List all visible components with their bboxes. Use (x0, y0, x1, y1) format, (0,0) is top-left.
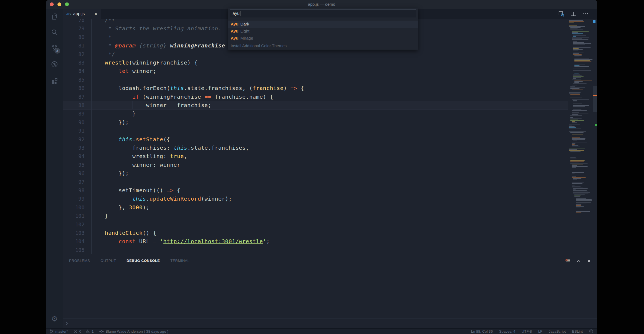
panel-tabs: PROBLEMS OUTPUT DEBUG CONSOLE TERMINAL (63, 255, 597, 263)
blame-text: Blame Wade Anderson ( 38 days ago ) (106, 329, 168, 333)
extensions-icon (50, 76, 59, 85)
smiley-feedback-icon[interactable] (589, 329, 593, 333)
sidebar-item-debug[interactable] (50, 60, 59, 69)
modified-line-marker (593, 95, 597, 96)
error-icon (73, 329, 78, 333)
branch-name: master* (55, 329, 68, 333)
more-actions-icon[interactable] (582, 11, 589, 17)
code-line-102: 102 (63, 220, 597, 229)
code-line-89: 89 } (63, 109, 597, 118)
panel-tab-terminal[interactable]: TERMINAL (170, 259, 190, 263)
panel-tab-problems[interactable]: PROBLEMS (69, 259, 90, 263)
tab-label: app.js (73, 11, 85, 16)
status-bar: master* 0 1 (46, 328, 597, 334)
problems-status[interactable]: 0 1 (73, 329, 94, 333)
code-line-84: 84 let winner; (63, 67, 597, 75)
panel-actions (565, 258, 591, 264)
cursor-position-status[interactable]: Ln 88, Col 36 (471, 329, 493, 333)
editor-actions (558, 9, 597, 19)
code-line-88: 88 winner = franchise; (63, 101, 597, 110)
code-line-90: 90 }); (63, 118, 597, 127)
sidebar-item-extensions[interactable] (50, 76, 59, 85)
code-line-91: 91 (63, 126, 597, 135)
branch-icon (50, 329, 53, 334)
code-line-94: 94 wrestling: true, (63, 152, 597, 160)
activity-bar: 2 (46, 9, 63, 328)
code-line-82: 82 */ (63, 50, 597, 59)
vscode-window: app.js — demo (46, 0, 597, 334)
code-line-83: 83 wrestle(winningFranchise) { (63, 58, 597, 67)
code-line-93: 93 franchises: this.state.franchises, (63, 143, 597, 152)
editor[interactable]: 78 /**79 * Starts the wrestling animatio… (63, 19, 597, 255)
code-line-96: 96 }); (63, 169, 597, 178)
debug-icon (50, 60, 59, 69)
code-line-92: 92 this.setState({ (63, 135, 597, 144)
maximize-panel-icon[interactable] (576, 258, 581, 264)
theme-option-ayu-light[interactable]: Ayu Light (228, 28, 418, 35)
find-match-marker (593, 20, 595, 23)
eol-status[interactable]: LF (538, 329, 542, 333)
split-editor-icon[interactable] (570, 11, 577, 17)
settings-gear-icon[interactable]: ⚙ (46, 314, 63, 323)
tab-app-js[interactable]: JS app.js × (63, 9, 101, 19)
debug-console-input[interactable] (63, 318, 597, 329)
warning-icon (86, 329, 90, 333)
minimap[interactable] (568, 19, 593, 255)
code-line-85: 85 (63, 75, 597, 84)
code-line-86: 86 lodash.forEach(this.state.franchises,… (63, 84, 597, 92)
git-blame-status[interactable]: Blame Wade Anderson ( 38 days ago ) (99, 329, 168, 333)
clear-console-icon[interactable] (565, 258, 571, 264)
panel-tab-debug-console[interactable]: DEBUG CONSOLE (127, 259, 160, 263)
close-panel-icon[interactable] (587, 259, 591, 264)
files-icon (50, 12, 59, 21)
commit-icon (99, 329, 104, 333)
code-line-97: 97 (63, 178, 597, 186)
git-branch-status[interactable]: master* (50, 329, 68, 334)
code-line-101: 101 } (63, 211, 597, 220)
text-cursor (240, 11, 240, 16)
code-line-104: 104 const URL = 'http://localhost:3001/w… (63, 237, 597, 246)
search-icon (50, 28, 59, 37)
bottom-panel: PROBLEMS OUTPUT DEBUG CONSOLE TERMINAL (63, 255, 597, 328)
cursor-position-marker (595, 124, 597, 126)
overview-ruler[interactable] (593, 19, 597, 255)
tab-close-icon[interactable]: × (95, 12, 97, 16)
quick-pick-query: ayu (233, 11, 240, 16)
prompt-chevron-icon (65, 321, 69, 326)
theme-option-ayu-mirage[interactable]: Ayu Mirage (228, 35, 418, 42)
sidebar-item-source-control[interactable]: 2 (50, 44, 59, 53)
panel-tab-output[interactable]: OUTPUT (101, 259, 116, 263)
install-additional-themes-item[interactable]: Install Additional Color Themes... (228, 42, 418, 49)
sidebar-item-search[interactable] (50, 28, 59, 37)
code-line-105: 105 (63, 246, 597, 254)
screen: app.js — demo (0, 0, 644, 334)
quick-pick-input[interactable]: ayu (230, 9, 416, 18)
error-count: 0 (79, 329, 82, 333)
theme-option-ayu-dark[interactable]: Ayu Dark (228, 21, 418, 28)
warning-count: 1 (92, 329, 94, 333)
language-mode-status[interactable]: JavaScript (549, 329, 566, 333)
code-line-103: 103 handleClick() { (63, 229, 597, 237)
quick-pick-palette: ayu Ayu Dark Ayu Light Ayu Mirage Instal… (228, 8, 418, 50)
scm-badge: 2 (54, 48, 60, 54)
code-line-87: 87 if (winningFranchise == franchise.nam… (63, 92, 597, 101)
encoding-status[interactable]: UTF-8 (521, 329, 532, 333)
sidebar-item-explorer[interactable] (50, 12, 59, 21)
indentation-status[interactable]: Spaces: 4 (499, 329, 515, 333)
code-line-99: 99 this.updateWinRecord(winner); (63, 194, 597, 203)
js-file-icon: JS (66, 12, 71, 16)
code-line-98: 98 setTimeout(() => { (63, 186, 597, 195)
code-line-95: 95 winner: winner (63, 160, 597, 169)
scrollbar-thumb[interactable] (593, 86, 597, 112)
open-preview-icon[interactable] (558, 11, 565, 17)
eslint-status[interactable]: ESLint (572, 329, 583, 333)
code-line-100: 100 }, 3000); (63, 203, 597, 212)
